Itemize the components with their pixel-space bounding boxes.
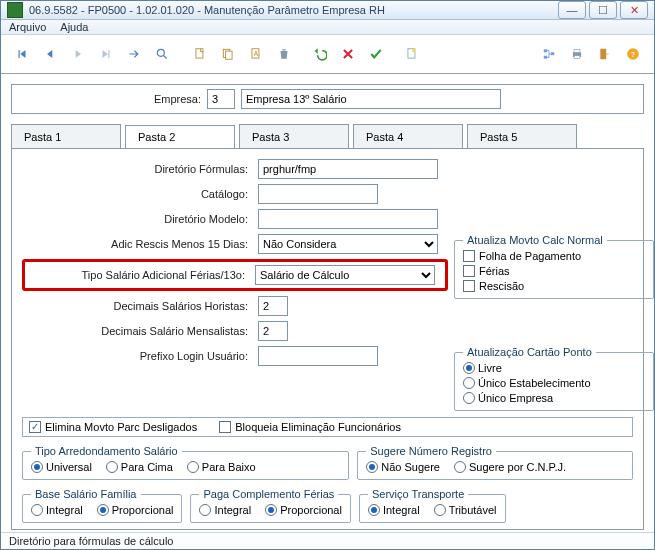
tab-body: Diretório Fórmulas: Catálogo: Diretório … [11, 148, 644, 530]
status-text: Diretório para fórmulas de cálculo [9, 535, 173, 547]
edit-button[interactable]: A [243, 39, 269, 69]
close-button[interactable]: ✕ [620, 1, 648, 19]
print-button[interactable] [564, 39, 590, 69]
dec-mensalistas-label: Decimais Salário Mensalistas: [22, 325, 252, 337]
base-familia-group: Base Salário Família Integral Proporcion… [22, 488, 182, 523]
prefixo-login-label: Prefixo Login Usuário: [22, 350, 252, 362]
nav-first-button[interactable] [9, 39, 35, 69]
nao-sugere-radio[interactable]: Não Sugere [366, 461, 440, 473]
confirm-button[interactable] [363, 39, 389, 69]
atualiza-movto-group: Atualiza Movto Calc Normal Folha de Paga… [454, 234, 654, 299]
sugere-num-legend: Sugere Número Registro [366, 445, 496, 457]
tipo-salario-highlight: Tipo Salário Adicional Férias/13o: Salár… [22, 259, 448, 291]
svg-point-0 [157, 49, 164, 56]
atualiza-cartao-group: Atualização Cartão Ponto Livre Único Est… [454, 346, 654, 411]
content-area: Empresa: Pasta 1 Pasta 2 Pasta 3 Pasta 4… [1, 74, 654, 532]
diretorio-formulas-label: Diretório Fórmulas: [22, 163, 252, 175]
unico-emp-radio[interactable]: Único Empresa [463, 392, 645, 404]
empresa-name-input[interactable] [241, 89, 501, 109]
empresa-label: Empresa: [154, 93, 201, 105]
tab-pasta5[interactable]: Pasta 5 [467, 124, 577, 148]
servico-transp-group: Serviço Transporte Integral Tributável [359, 488, 506, 523]
svg-rect-13 [574, 56, 580, 59]
atualiza-cartao-legend: Atualização Cartão Ponto [463, 346, 596, 358]
empresa-code-input[interactable] [207, 89, 235, 109]
base-familia-legend: Base Salário Família [31, 488, 141, 500]
rescisao-checkbox[interactable]: Rescisão [463, 280, 645, 292]
tipo-salario-label: Tipo Salário Adicional Férias/13o: [31, 269, 249, 281]
svg-rect-14 [600, 49, 606, 60]
menu-ajuda[interactable]: Ajuda [60, 21, 88, 33]
diretorio-modelo-label: Diretório Modelo: [22, 213, 252, 225]
tabs: Pasta 1 Pasta 2 Pasta 3 Pasta 4 Pasta 5 [11, 124, 644, 148]
svg-rect-12 [574, 49, 580, 52]
app-icon [7, 2, 23, 18]
delete-button[interactable] [271, 39, 297, 69]
search-button[interactable] [149, 39, 175, 69]
tab-pasta2[interactable]: Pasta 2 [125, 125, 235, 149]
tab-pasta4[interactable]: Pasta 4 [353, 124, 463, 148]
goto-button[interactable] [121, 39, 147, 69]
tipo-arred-legend: Tipo Arredondamento Salário [31, 445, 182, 457]
catalogo-input[interactable] [258, 184, 378, 204]
bf-proporcional-radio[interactable]: Proporcional [97, 504, 174, 516]
atualiza-movto-legend: Atualiza Movto Calc Normal [463, 234, 607, 246]
nav-prev-button[interactable] [37, 39, 63, 69]
app-window: 06.9.5582 - FP0500 - 1.02.01.020 - Manut… [0, 0, 655, 550]
new-button[interactable] [187, 39, 213, 69]
dec-horistas-input[interactable] [258, 296, 288, 316]
para-cima-radio[interactable]: Para Cima [106, 461, 173, 473]
svg-rect-3 [226, 51, 232, 59]
bloqueia-elim-checkbox[interactable]: Bloqueia Eliminação Funcionários [219, 421, 401, 433]
help-button[interactable]: ? [620, 39, 646, 69]
menubar: Arquivo Ajuda [1, 20, 654, 35]
tipo-salario-select[interactable]: Salário de Cálculo [255, 265, 435, 285]
tab-pasta1[interactable]: Pasta 1 [11, 124, 121, 148]
svg-text:A: A [254, 50, 259, 57]
universal-radio[interactable]: Universal [31, 461, 92, 473]
svg-text:?: ? [631, 51, 635, 58]
relations-button[interactable] [536, 39, 562, 69]
adic-rescis-select[interactable]: Não Considera [258, 234, 438, 254]
ferias-checkbox[interactable]: Férias [463, 265, 645, 277]
maximize-button[interactable]: ☐ [589, 1, 617, 19]
tab-pasta3[interactable]: Pasta 3 [239, 124, 349, 148]
svg-rect-8 [544, 49, 548, 52]
copy-button[interactable] [215, 39, 241, 69]
dec-horistas-label: Decimais Salários Horistas: [22, 300, 252, 312]
livre-radio[interactable]: Livre [463, 362, 645, 374]
svg-rect-9 [544, 56, 548, 59]
prefixo-login-input[interactable] [258, 346, 378, 366]
titlebar: 06.9.5582 - FP0500 - 1.02.01.020 - Manut… [1, 1, 654, 20]
statusbar: Diretório para fórmulas de cálculo [1, 532, 654, 549]
window-title: 06.9.5582 - FP0500 - 1.02.01.020 - Manut… [29, 4, 558, 16]
st-tributavel-radio[interactable]: Tributável [434, 504, 497, 516]
document-button[interactable] [399, 39, 425, 69]
tipo-arred-group: Tipo Arredondamento Salário Universal Pa… [22, 445, 349, 480]
pc-integral-radio[interactable]: Integral [199, 504, 251, 516]
svg-rect-1 [196, 49, 203, 58]
st-integral-radio[interactable]: Integral [368, 504, 420, 516]
cancel-button[interactable] [335, 39, 361, 69]
sugere-num-group: Sugere Número Registro Não Sugere Sugere… [357, 445, 633, 480]
para-baixo-radio[interactable]: Para Baixo [187, 461, 256, 473]
minimize-button[interactable]: — [558, 1, 586, 19]
elimina-movto-checkbox[interactable]: Elimina Movto Parc Desligados [29, 421, 197, 433]
undo-button[interactable] [307, 39, 333, 69]
exit-button[interactable] [592, 39, 618, 69]
bf-integral-radio[interactable]: Integral [31, 504, 83, 516]
nav-next-button[interactable] [65, 39, 91, 69]
svg-point-7 [412, 49, 416, 53]
cnpj-radio[interactable]: Sugere por C.N.P.J. [454, 461, 566, 473]
pc-proporcional-radio[interactable]: Proporcional [265, 504, 342, 516]
diretorio-formulas-input[interactable] [258, 159, 438, 179]
nav-last-button[interactable] [93, 39, 119, 69]
adic-rescis-label: Adic Rescis Menos 15 Dias: [22, 238, 252, 250]
diretorio-modelo-input[interactable] [258, 209, 438, 229]
menu-arquivo[interactable]: Arquivo [9, 21, 46, 33]
servico-transp-legend: Serviço Transporte [368, 488, 468, 500]
dec-mensalistas-input[interactable] [258, 321, 288, 341]
catalogo-label: Catálogo: [22, 188, 252, 200]
unico-estab-radio[interactable]: Único Estabelecimento [463, 377, 645, 389]
folha-checkbox[interactable]: Folha de Pagamento [463, 250, 645, 262]
